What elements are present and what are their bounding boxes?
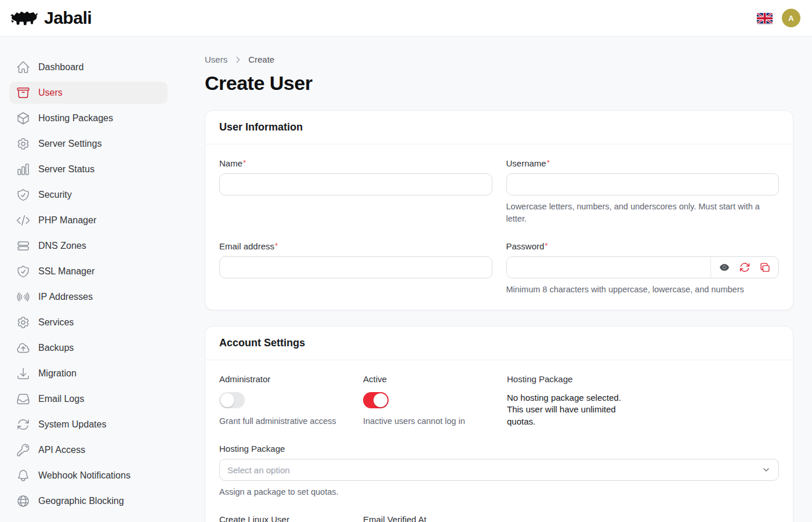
language-flag-uk-icon[interactable]: [757, 13, 773, 24]
sidebar-item-ip-addresses[interactable]: IP Addresses: [9, 286, 168, 308]
sidebar-item-label: SSL Manager: [38, 266, 95, 277]
administrator-toggle[interactable]: [219, 392, 245, 408]
brand-name: Jabali: [44, 8, 92, 28]
email-input[interactable]: [219, 256, 492, 278]
select-placeholder: Select an option: [227, 465, 290, 475]
sidebar-item-hosting-packages[interactable]: Hosting Packages: [9, 107, 168, 129]
main-content: Users Create Create User User Informatio…: [177, 37, 812, 522]
sidebar-item-label: IP Addresses: [38, 292, 93, 302]
sidebar-item-security[interactable]: Security: [9, 184, 168, 206]
sidebar-item-server-settings[interactable]: Server Settings: [9, 133, 168, 155]
sidebar-item-php-manager[interactable]: PHP Manager: [9, 209, 168, 231]
password-field-group: Password Minimum 8 characters with upper…: [506, 241, 780, 296]
sidebar-item-label: PHP Manager: [38, 215, 96, 226]
username-label: Username: [506, 158, 780, 168]
cube-icon: [16, 111, 30, 125]
sidebar-item-geographic-blocking[interactable]: Geographic Blocking: [9, 490, 168, 512]
email-verified-at-label: Email Verified At: [363, 514, 493, 522]
sidebar-item-label: API Access: [38, 445, 85, 455]
sidebar-item-migration[interactable]: Migration: [9, 362, 168, 385]
active-help-text: Inactive users cannot log in: [363, 415, 493, 427]
breadcrumb-current: Create: [248, 55, 274, 64]
sidebar-item-label: Backups: [38, 343, 74, 353]
sidebar-nav: Dashboard Users Hosting Packages Server …: [0, 37, 177, 522]
bar-chart-icon: [16, 162, 30, 176]
name-input[interactable]: [219, 173, 492, 195]
page-title: Create User: [205, 72, 793, 95]
sidebar-item-label: Security: [38, 190, 72, 200]
create-linux-user-group: Create Linux User: [219, 514, 349, 522]
home-icon: [16, 60, 30, 74]
boar-icon: [9, 7, 39, 29]
brand-logo[interactable]: Jabali: [9, 7, 92, 29]
active-field-group: Active Inactive users cannot log in: [363, 374, 493, 427]
sidebar-item-api-access[interactable]: API Access: [9, 439, 168, 461]
hosting-package-select-group: Hosting Package Select an option Assign …: [219, 444, 779, 498]
sidebar-item-backups[interactable]: Backups: [9, 337, 168, 359]
hosting-package-select-label: Hosting Package: [219, 444, 779, 454]
password-help-text: Minimum 8 characters with uppercase, low…: [506, 284, 780, 296]
sidebar-item-label: Webhook Notifications: [38, 470, 130, 481]
sidebar-item-system-updates[interactable]: System Updates: [9, 414, 168, 436]
cloud-upload-icon: [16, 341, 30, 355]
signal-icon: [16, 290, 30, 304]
inbox-icon: [16, 392, 30, 406]
code-brackets-icon: [16, 213, 30, 227]
sidebar-item-ssl-manager[interactable]: SSL Manager: [9, 260, 168, 282]
gear-icon: [16, 137, 30, 151]
shield-check-icon: [16, 188, 30, 202]
email-field-group: Email address: [219, 241, 492, 278]
user-information-title: User Information: [205, 111, 793, 144]
sidebar-item-label: Services: [38, 317, 74, 328]
sidebar-item-webhook-notifications[interactable]: Webhook Notifications: [9, 465, 168, 487]
email-label: Email address: [219, 241, 492, 251]
hosting-package-help-text: Assign a package to set quotas.: [219, 486, 779, 498]
chevron-right-icon: [233, 55, 242, 64]
hosting-package-info-label: Hosting Package: [507, 374, 779, 384]
sidebar-item-label: DNS Zones: [38, 241, 86, 251]
shield-check-icon: [16, 264, 30, 278]
sidebar-item-dns-zones[interactable]: DNS Zones: [9, 235, 168, 257]
breadcrumb-users-link[interactable]: Users: [205, 55, 227, 64]
account-settings-title: Account Settings: [205, 327, 793, 360]
active-label: Active: [363, 374, 493, 384]
username-input[interactable]: [506, 173, 780, 195]
server-stack-icon: [16, 239, 30, 253]
account-settings-card: Account Settings Administrator Grant ful…: [205, 326, 793, 522]
create-linux-user-label: Create Linux User: [219, 514, 349, 522]
globe-icon: [16, 494, 30, 508]
user-information-card: User Information Name Username Lowercase…: [205, 110, 793, 310]
gear-icon: [16, 316, 30, 329]
hosting-package-info-text: No hosting package selected. This user w…: [507, 392, 639, 427]
sidebar-item-label: Email Logs: [38, 394, 84, 404]
hosting-package-select[interactable]: Select an option: [219, 459, 779, 481]
sidebar-item-server-status[interactable]: Server Status: [9, 158, 168, 180]
sidebar-item-label: Users: [38, 88, 63, 98]
top-bar: Jabali A: [0, 0, 812, 37]
hosting-package-info-group: Hosting Package No hosting package selec…: [507, 374, 779, 427]
active-toggle[interactable]: [363, 392, 389, 408]
password-actions: [710, 257, 778, 278]
copy-password-icon[interactable]: [759, 262, 771, 273]
generate-password-icon[interactable]: [739, 262, 751, 273]
sidebar-item-label: Hosting Packages: [38, 113, 113, 124]
sidebar-item-email-logs[interactable]: Email Logs: [9, 388, 168, 410]
sidebar-item-services[interactable]: Services: [9, 311, 168, 334]
sidebar-item-label: Server Settings: [38, 139, 102, 149]
email-verified-at-group: Email Verified At dd/mm/yyyy: [363, 514, 493, 522]
sidebar-item-users[interactable]: Users: [9, 82, 168, 104]
chevron-down-icon: [762, 465, 771, 474]
user-avatar[interactable]: A: [782, 9, 800, 27]
password-input[interactable]: [507, 257, 711, 278]
sidebar-item-label: Server Status: [38, 164, 95, 175]
sidebar-item-label: Dashboard: [38, 62, 84, 72]
sidebar-item-label: Geographic Blocking: [38, 496, 124, 506]
show-password-icon[interactable]: [719, 262, 730, 273]
administrator-field-group: Administrator Grant full administrative …: [219, 374, 349, 427]
sidebar-item-label: Migration: [38, 368, 77, 379]
sidebar-item-label: System Updates: [38, 419, 106, 430]
sidebar-item-dashboard[interactable]: Dashboard: [9, 56, 168, 78]
breadcrumb: Users Create: [205, 55, 793, 64]
refresh-arrows-icon: [16, 418, 30, 432]
username-help-text: Lowercase letters, numbers, and undersco…: [506, 201, 780, 225]
